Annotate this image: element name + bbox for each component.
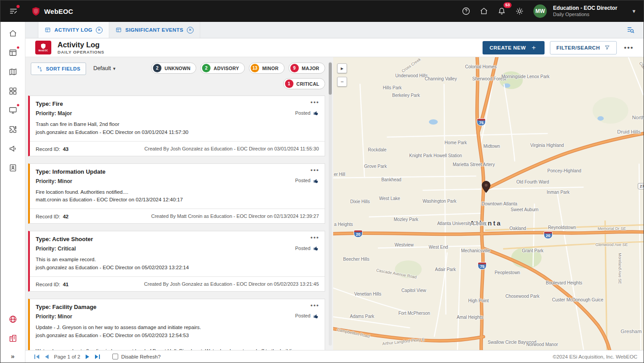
webeoc-logo-icon — [32, 7, 40, 16]
chevron-down-icon[interactable]: ▼ — [632, 8, 636, 14]
map-label: er Hill — [334, 172, 345, 177]
webeoc-app: WebEOC 53 MW Education - EOC Director Da… — [0, 0, 644, 363]
disable-refresh-checkbox[interactable]: Disable Refresh? — [112, 354, 161, 359]
map-label: Colonial Homes — [465, 64, 497, 69]
record-footer: Record ID:42 Created By Matt Cronin as E… — [30, 209, 325, 223]
sidebar-contacts-icon[interactable] — [8, 163, 18, 173]
map-label: Venetian Hills — [354, 292, 381, 296]
map-label: Grove Park — [364, 164, 387, 169]
pill-major[interactable]: 9 MAJOR — [289, 63, 325, 74]
user-role: Education - EOC Director — [553, 5, 617, 12]
record-menu-icon[interactable]: ••• — [310, 99, 319, 105]
record-body-line: matt.cronin as Education - EOC Director … — [36, 196, 319, 204]
next-page-icon[interactable] — [83, 352, 93, 361]
last-page-icon[interactable] — [93, 352, 103, 361]
interstate-shield: 75 — [477, 118, 486, 126]
map-label: Underwood Hills — [395, 73, 428, 78]
map-panel[interactable]: Cross CreekColonial HomesUnderwood Hills… — [333, 57, 644, 350]
map-collapse-icon[interactable]: ▸ — [337, 63, 347, 73]
sidebar-expand-icon[interactable]: » — [11, 352, 14, 360]
sidebar-plugins-icon[interactable] — [8, 124, 18, 135]
record-id-label: Record ID: — [36, 214, 60, 219]
pill-critical[interactable]: 1 CRITICAL — [283, 78, 325, 89]
record-card[interactable]: Type: Fire Priority: Major ••• Posted Tr… — [28, 96, 325, 156]
avatar[interactable]: MW — [533, 4, 547, 18]
close-icon[interactable]: ✕ — [96, 27, 103, 33]
priority-filter-pills: 2 UNKNOWN 2 ADVISORY 13 MINOR — [151, 63, 325, 89]
pill-minor[interactable]: 13 MINOR — [249, 63, 285, 74]
page-subtitle: DAILY OPERATIONS — [58, 50, 104, 54]
settings-gear-icon[interactable] — [513, 4, 526, 18]
map-label: Boulevard Heights — [546, 280, 582, 285]
sidebar-organization-icon[interactable] — [8, 333, 18, 344]
sidebar-boards-icon[interactable] — [8, 47, 18, 58]
record-priority: Priority: Critical — [36, 246, 271, 252]
tab-activity-log[interactable]: ACTIVITY LOG ✕ — [38, 22, 109, 38]
record-menu-icon[interactable]: ••• — [310, 167, 319, 173]
checkbox-icon[interactable] — [112, 354, 118, 359]
tab-significant-events[interactable]: SIGNIFICANT EVENTS ✕ — [109, 22, 200, 38]
notifications-icon[interactable]: 53 — [495, 4, 508, 18]
map-label: Oakland — [509, 226, 526, 231]
sidebar-home-icon[interactable] — [8, 28, 18, 39]
sidebar-broadcast-icon[interactable] — [8, 143, 18, 154]
sort-az-icon — [37, 66, 43, 72]
map-label: Dixie Hills — [350, 199, 370, 204]
pill-count-badge: 1 — [285, 79, 293, 88]
map-label: Washington Park — [422, 199, 456, 204]
user-block[interactable]: Education - EOC Director Daily Operation… — [553, 5, 617, 18]
record-body-line: Fire location found. Authorities notifie… — [36, 188, 319, 196]
record-menu-icon[interactable]: ••• — [310, 234, 319, 241]
topbar-actions: 53 MW Education - EOC Director Daily Ope… — [459, 4, 636, 18]
sidebar-maps-icon[interactable] — [8, 67, 18, 77]
pill-advisory[interactable]: 2 ADVISORY — [200, 63, 245, 74]
filter-search-button[interactable]: FILTER/SEARCH — [550, 41, 617, 54]
sort-order-dropdown[interactable]: Default▼ — [93, 65, 116, 71]
map-labels-layer: Cross CreekColonial HomesUnderwood Hills… — [333, 57, 644, 350]
record-body-line: This is an example record. — [36, 256, 319, 264]
map-label: Atlanta University Center — [437, 221, 487, 226]
scrollbar-thumb[interactable] — [329, 63, 332, 95]
sidebar-displays-icon[interactable] — [8, 105, 18, 116]
map-label: Midtown — [483, 144, 500, 149]
previous-page-icon[interactable] — [41, 352, 51, 361]
map-label: Moreland Ave SE — [617, 253, 622, 284]
map-label: Chosewood Park — [505, 294, 539, 299]
map-label: Gresham Park — [620, 329, 644, 334]
record-card[interactable]: Type: Facility Damage Priority: Minor ••… — [28, 299, 325, 350]
record-type: Type: Facility Damage — [36, 304, 271, 310]
home-icon[interactable] — [477, 4, 491, 18]
help-icon[interactable] — [459, 4, 473, 18]
record-card[interactable]: Type: Active Shooter Priority: Critical … — [28, 231, 325, 292]
more-options-icon[interactable]: ••• — [622, 44, 636, 51]
interstate-shield: 75 — [478, 262, 487, 270]
posted-indicator: Posted — [295, 178, 319, 184]
record-body-line: josh.gonzalez as Education - EOC Directo… — [36, 129, 319, 137]
map-label: Cross Creek — [400, 57, 421, 74]
record-card[interactable]: Type: Information Update Priority: Minor… — [28, 163, 325, 224]
map-zoom-out-icon[interactable]: − — [337, 77, 347, 87]
pill-unknown[interactable]: 2 UNKNOWN — [151, 63, 196, 74]
map-pin-icon[interactable] — [482, 181, 491, 195]
record-created-by: Created By Matt Cronin as Education - EO… — [151, 213, 319, 219]
record-body-line: Trash can fire in Barre Hall, 2nd floor — [36, 121, 319, 129]
create-new-button[interactable]: CREATE NEW ＋ — [483, 41, 545, 54]
record-menu-icon[interactable]: ••• — [310, 302, 319, 309]
sidebar-translate-icon[interactable] — [8, 314, 18, 325]
pill-label: ADVISORY — [214, 66, 239, 71]
list-scrollbar[interactable] — [329, 62, 332, 346]
posted-label: Posted — [295, 313, 310, 318]
sidebar-apps-icon[interactable] — [8, 86, 18, 96]
board-list-search-icon[interactable] — [624, 23, 637, 37]
menu-icon[interactable] — [7, 4, 20, 18]
webeoc-board-logo: WebEOC — [35, 41, 51, 54]
record-body: Trash can fire in Barre Hall, 2nd floor … — [30, 117, 325, 141]
posted-indicator: Posted — [295, 110, 319, 116]
interstate-shield: 20 — [354, 230, 363, 238]
map-label: Bankhead — [381, 177, 401, 182]
close-icon[interactable]: ✕ — [187, 27, 194, 33]
record-body-line — [36, 340, 319, 347]
map-label: Clairmont Rd — [638, 61, 644, 83]
first-page-icon[interactable] — [32, 352, 41, 361]
sort-fields-button[interactable]: SORT FIELDS — [31, 63, 86, 75]
